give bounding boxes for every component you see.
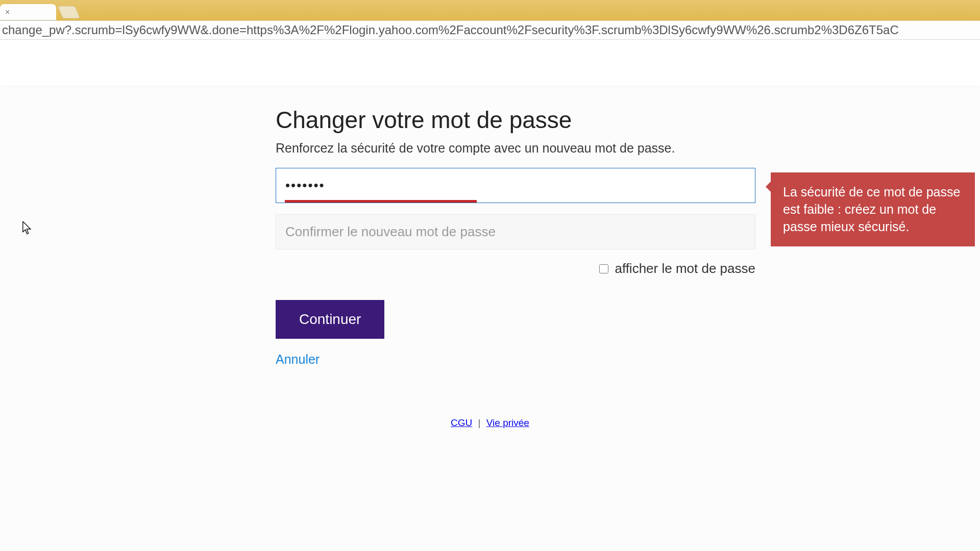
page-subtitle: Renforcez la sécurité de votre compte av…: [276, 141, 755, 156]
footer-links: CGU | Vie privée: [0, 417, 980, 429]
cancel-link[interactable]: Annuler: [276, 352, 755, 367]
new-tab-button[interactable]: [58, 6, 80, 18]
terms-link[interactable]: CGU: [451, 417, 472, 428]
show-password-label[interactable]: afficher le mot de passe: [615, 261, 755, 277]
browser-tab[interactable]: ×: [0, 4, 56, 20]
new-password-input[interactable]: [276, 168, 755, 203]
show-password-checkbox[interactable]: [599, 264, 608, 273]
privacy-link[interactable]: Vie privée: [486, 417, 529, 428]
confirm-password-input[interactable]: [276, 214, 755, 249]
page-title: Changer votre mot de passe: [276, 106, 755, 134]
show-password-row: afficher le mot de passe: [276, 261, 755, 277]
footer-separator: |: [478, 417, 481, 428]
cursor-icon: [22, 221, 32, 235]
close-icon[interactable]: ×: [5, 8, 10, 17]
tooltip-text: La sécurité de ce mot de passe est faibl…: [783, 185, 960, 234]
address-bar-url: change_pw?.scrumb=lSy6cwfy9WW&.done=http…: [2, 23, 899, 37]
page-content: Changer votre mot de passe Renforcez la …: [0, 40, 980, 551]
password-strength-bar: [285, 200, 477, 203]
continue-button[interactable]: Continuer: [276, 300, 384, 339]
page-header-strip: [0, 40, 980, 86]
change-password-form: Changer votre mot de passe Renforcez la …: [276, 106, 755, 367]
password-weak-tooltip: La sécurité de ce mot de passe est faibl…: [771, 172, 975, 246]
confirm-password-field-wrap: [276, 214, 755, 249]
new-password-field-wrap: [276, 168, 755, 203]
address-bar[interactable]: change_pw?.scrumb=lSy6cwfy9WW&.done=http…: [0, 20, 980, 40]
browser-tab-strip: ×: [0, 0, 980, 20]
